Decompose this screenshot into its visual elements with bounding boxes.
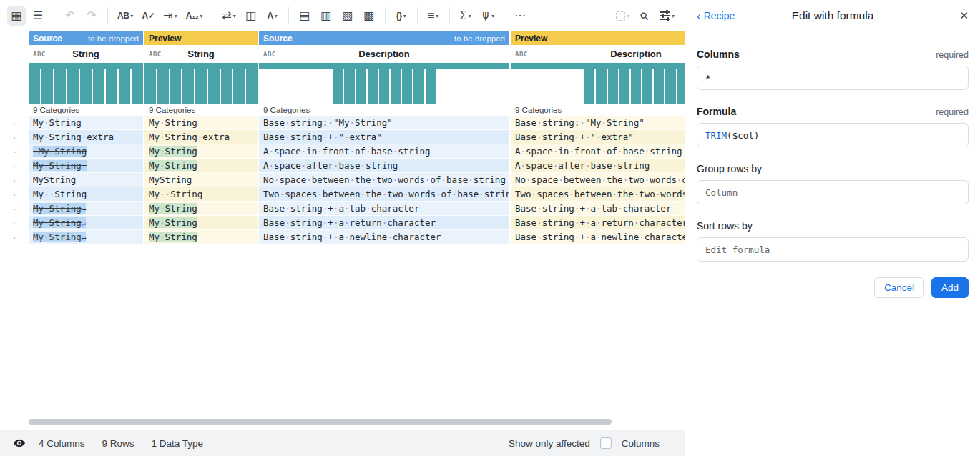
cell-row[interactable]: My·String↵ [29, 216, 143, 230]
cell-row[interactable]: My·String→ [29, 202, 143, 216]
cell-row[interactable]: MyString [29, 173, 143, 187]
cell-row[interactable]: Base·string·+·a·newline·character [259, 230, 509, 244]
panel-title: Edit with formula [685, 9, 980, 22]
group-rows-by-input[interactable]: Column [697, 180, 969, 204]
cell-row[interactable]: Two·spaces·between·the·two·words·of·base… [511, 187, 685, 202]
code-snippet-button[interactable]: {}▾ [392, 6, 411, 26]
column-header[interactable]: ABCDescription [511, 45, 685, 63]
histogram-bar [426, 69, 436, 104]
cell-row[interactable]: My··String [29, 187, 143, 202]
grid-view-button[interactable]: ▦ [7, 6, 26, 26]
cell-row[interactable]: Base·string·+·a·return·character [511, 216, 685, 230]
cell-value: My·String↵ [33, 232, 86, 242]
close-icon[interactable]: ✕ [959, 9, 969, 22]
to-be-dropped-badge: to be dropped [454, 34, 505, 43]
cell-row[interactable]: Base·string·+·a·tab·character [259, 202, 509, 216]
cell-row[interactable]: Base·string·+·a·tab·character [511, 202, 685, 216]
table-transpose-button[interactable]: ▩ [360, 6, 378, 26]
row-handle[interactable]: · [0, 202, 29, 216]
visibility-icon[interactable] [13, 437, 26, 450]
columns-input[interactable]: * [697, 66, 969, 90]
cell-row[interactable]: My·String·extra [144, 130, 258, 144]
table-add-columns-button[interactable]: ▧ [338, 6, 357, 26]
cell-row[interactable]: My·String·extra [29, 130, 143, 144]
cell-row[interactable]: Base·string·+·"·extra" [511, 130, 685, 144]
aggregate-button[interactable]: Σ▾ [456, 6, 475, 26]
column-header[interactable]: ABCDescription [259, 45, 509, 63]
table-add-rows-icon: ▥ [320, 10, 331, 21]
categories-count: 9 Categories [259, 104, 509, 116]
formula-input[interactable]: TRIM($col) [697, 123, 969, 147]
cell-row[interactable]: My·String [29, 116, 143, 130]
table-add-columns-icon: ▧ [342, 10, 353, 21]
split-column-button[interactable]: ⇄▾ [219, 6, 238, 26]
cell-value: Two·spaces·between·the·two·words·of·base… [515, 189, 685, 199]
cell-row[interactable]: A·space·in·front·of·base·string [511, 144, 685, 159]
cell-row[interactable]: Two·spaces·between·the·two·words·of·base… [259, 187, 509, 202]
table-header-row-button[interactable]: ▤ [295, 6, 314, 26]
filter-button[interactable]: ≡▾ [424, 6, 443, 26]
cell-row[interactable]: A·space·after·base·string [511, 159, 685, 173]
cell-row[interactable]: Base·string·+·a·newline·character [511, 230, 685, 244]
histogram-bar [132, 69, 143, 104]
cell-value: Base·string:·"My·String" [263, 117, 393, 128]
cell-row[interactable]: Base·string·+·a·return·character [259, 216, 509, 230]
cell-row[interactable]: A·space·in·front·of·base·string [259, 144, 509, 159]
cell-selection-button[interactable]: ▾ [613, 6, 632, 26]
search-data-button[interactable]: ⚲ [635, 6, 654, 26]
sort-values-button[interactable]: A₁₂▾ [183, 6, 205, 26]
row-handle[interactable]: · [0, 116, 29, 130]
fill-bar [144, 63, 258, 69]
cell-row[interactable]: My··String [144, 187, 258, 202]
cell-row[interactable]: Base·string:·"My·String" [511, 116, 685, 130]
undo-button[interactable]: ↶ [61, 6, 79, 26]
cell-value: Base·string·+·"·extra" [515, 132, 634, 142]
cell-row[interactable]: My·String [144, 144, 258, 159]
cell-row[interactable]: No·space·between·the·two·words·of·base·s… [511, 173, 685, 187]
cell-row[interactable]: My·String [144, 159, 258, 173]
cell-row[interactable]: My·String· [29, 159, 143, 173]
cell-row[interactable]: My·String [144, 230, 258, 244]
status-data-types-count: 1 Data Type [152, 438, 204, 449]
row-handle[interactable]: · [0, 173, 29, 187]
cell-value: A·space·in·front·of·base·string [263, 146, 430, 157]
show-only-affected-checkbox[interactable] [600, 437, 612, 449]
cell-row[interactable]: My·String [144, 202, 258, 216]
cell-row[interactable]: MyString [144, 173, 258, 187]
cell-row[interactable]: My·String↵ [29, 230, 143, 244]
row-handle[interactable]: · [0, 144, 29, 159]
row-handle[interactable]: · [0, 216, 29, 230]
cell-row[interactable]: Base·string:·"My·String" [259, 116, 509, 130]
group-by-button[interactable]: ⋔▾ [478, 6, 497, 26]
columns-input-value: * [705, 73, 711, 84]
table-add-rows-button[interactable]: ▥ [317, 6, 335, 26]
horizontal-scrollbar[interactable] [29, 419, 612, 425]
row-handle[interactable]: · [0, 230, 29, 244]
row-handle[interactable]: · [0, 187, 29, 202]
sort-rows-by-input[interactable]: Edit formula [697, 237, 969, 262]
cell-row[interactable]: No·space·between·the·two·words·of·base·s… [259, 173, 509, 187]
fill-bar [259, 63, 509, 69]
column-name: String [187, 49, 215, 59]
cell-row[interactable]: Base·string·+·"·extra" [259, 130, 509, 144]
text-format-button[interactable]: A▾ [263, 6, 282, 26]
cancel-button[interactable]: Cancel [874, 277, 924, 298]
view-options-button[interactable]: ▾ [657, 6, 677, 26]
move-column-button[interactable]: ⇥▾ [160, 6, 180, 26]
row-view-button[interactable]: ☰ [29, 6, 47, 26]
convert-type-button[interactable]: AB▾ [114, 6, 136, 26]
merge-columns-button[interactable]: ◫ [242, 6, 260, 26]
column-header[interactable]: ABCString [144, 45, 258, 63]
cell-row[interactable]: A·space·after·base·string [259, 159, 509, 173]
column-header[interactable]: ABCString [29, 45, 143, 63]
cell-row[interactable]: My·String [144, 216, 258, 230]
cell-row[interactable]: My·String [144, 116, 258, 130]
add-button[interactable]: Add [931, 277, 969, 298]
cell-row[interactable]: ·My·String [29, 144, 143, 159]
validate-values-button[interactable]: A✓ [139, 6, 157, 26]
more-options-button[interactable]: ⋯ [511, 6, 529, 26]
row-handle[interactable]: · [0, 130, 29, 144]
row-handle[interactable]: · [0, 159, 29, 173]
redo-button[interactable]: ↷ [82, 6, 101, 26]
cell-value: A·space·in·front·of·base·string [515, 146, 682, 157]
